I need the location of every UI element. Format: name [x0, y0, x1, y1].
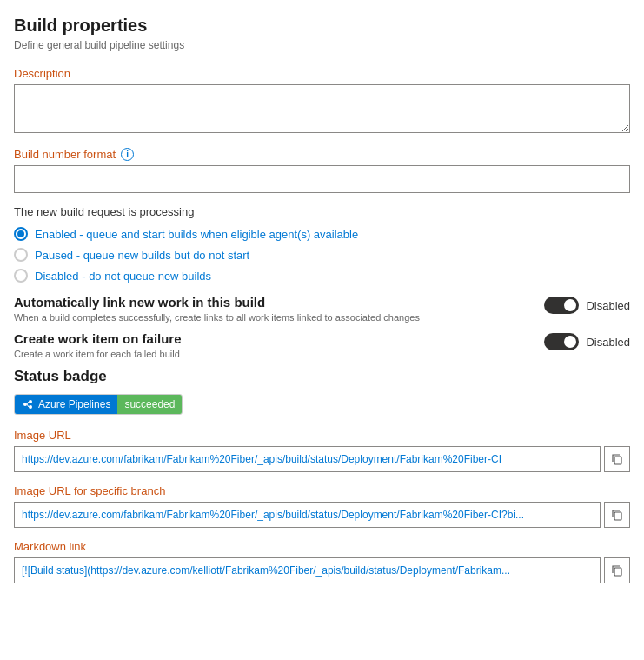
image-url-label: Image URL	[14, 429, 630, 442]
markdown-link-row	[14, 557, 630, 583]
svg-point-2	[29, 405, 32, 409]
queue-status-radio-group: Enabled - queue and start builds when el…	[14, 227, 630, 283]
create-work-item-toggle-right: Disabled	[544, 331, 630, 350]
description-input[interactable]	[14, 84, 630, 133]
svg-rect-5	[614, 457, 621, 464]
page-title: Build properties	[14, 16, 630, 36]
badge-left: Azure Pipelines	[15, 395, 117, 414]
badge-right-text: succeeded	[124, 398, 175, 410]
radio-item-disabled[interactable]: Disabled - do not queue new builds	[14, 269, 630, 283]
status-badge-section: Status badge Azure Pipelines succeeded I…	[14, 368, 630, 583]
radio-circle-paused	[14, 248, 28, 262]
azure-pipelines-icon	[22, 398, 34, 410]
image-url-branch-row	[14, 502, 630, 528]
radio-circle-enabled	[14, 227, 28, 241]
build-number-format-group: Build number format i	[14, 148, 630, 205]
create-work-item-title: Create work item on failure	[14, 331, 182, 346]
image-url-input[interactable]	[14, 446, 601, 472]
badge-left-text: Azure Pipelines	[38, 398, 110, 410]
create-work-item-toggle-left: Create work item on failure Create a wor…	[14, 331, 182, 359]
radio-label-disabled: Disabled - do not queue new builds	[35, 270, 211, 283]
status-badge-section-title: Status badge	[14, 368, 630, 385]
markdown-link-label: Markdown link	[14, 540, 630, 553]
auto-link-toggle-left: Automatically link new work in this buil…	[14, 295, 420, 323]
create-work-item-toggle-row: Create work item on failure Create a wor…	[14, 331, 630, 359]
create-work-item-description: Create a work item for each failed build	[14, 349, 182, 359]
badge-container: Azure Pipelines succeeded	[14, 394, 630, 415]
svg-rect-7	[614, 568, 621, 576]
description-label: Description	[14, 67, 630, 80]
svg-rect-6	[614, 512, 621, 520]
create-work-item-toggle-switch[interactable]	[544, 333, 579, 350]
markdown-link-group: Markdown link	[14, 540, 630, 583]
image-url-copy-button[interactable]	[604, 446, 630, 472]
status-badge: Azure Pipelines succeeded	[14, 394, 183, 415]
image-url-branch-copy-button[interactable]	[604, 502, 630, 528]
build-number-format-info-icon[interactable]: i	[121, 148, 134, 161]
radio-circle-disabled	[14, 269, 28, 283]
badge-right: succeeded	[117, 395, 182, 414]
copy-icon	[611, 453, 623, 465]
image-url-branch-group: Image URL for specific branch	[14, 484, 630, 528]
auto-link-toggle-status: Disabled	[586, 299, 630, 312]
processing-text: The new build request is processing	[14, 205, 630, 218]
image-url-branch-label: Image URL for specific branch	[14, 484, 630, 497]
markdown-link-input[interactable]	[14, 557, 601, 583]
auto-link-description: When a build completes successfully, cre…	[14, 312, 420, 323]
image-url-branch-input[interactable]	[14, 502, 601, 528]
image-url-row	[14, 446, 630, 472]
svg-point-0	[23, 403, 27, 406]
description-field-group: Description	[14, 67, 630, 148]
copy-icon-2	[611, 509, 623, 521]
auto-link-toggle-switch[interactable]	[544, 297, 579, 314]
radio-item-enabled[interactable]: Enabled - queue and start builds when el…	[14, 227, 630, 241]
auto-link-title: Automatically link new work in this buil…	[14, 295, 420, 310]
radio-item-paused[interactable]: Paused - queue new builds but do not sta…	[14, 248, 630, 262]
copy-icon-3	[611, 564, 623, 577]
build-number-format-label: Build number format	[14, 148, 116, 161]
auto-link-toggle-right: Disabled	[544, 295, 630, 314]
svg-point-1	[29, 400, 32, 403]
markdown-link-copy-button[interactable]	[604, 557, 630, 583]
build-number-format-input[interactable]	[14, 165, 630, 193]
image-url-group: Image URL	[14, 429, 630, 472]
create-work-item-toggle-status: Disabled	[586, 336, 630, 349]
svg-line-4	[27, 404, 29, 407]
radio-label-paused: Paused - queue new builds but do not sta…	[35, 249, 249, 262]
radio-label-enabled: Enabled - queue and start builds when el…	[35, 228, 358, 241]
svg-line-3	[27, 402, 29, 404]
page-subtitle: Define general build pipeline settings	[14, 39, 630, 51]
auto-link-toggle-row: Automatically link new work in this buil…	[14, 295, 630, 323]
